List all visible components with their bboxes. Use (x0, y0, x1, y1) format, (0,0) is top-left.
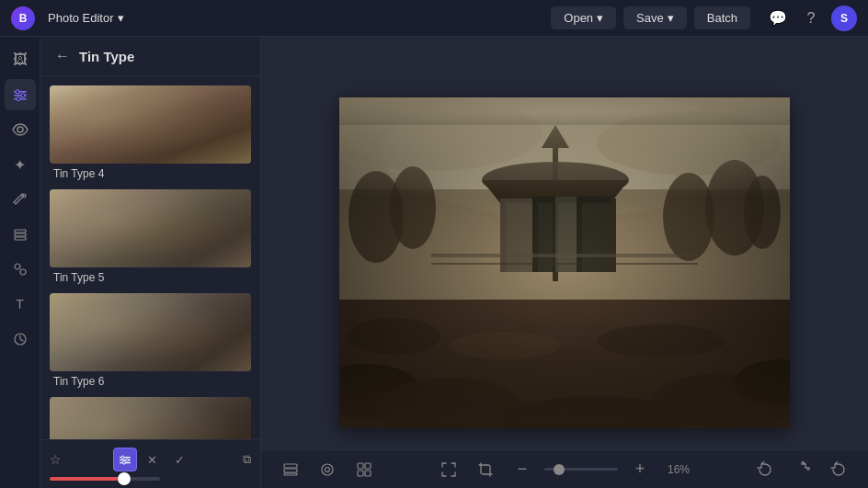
svg-point-23 (597, 111, 781, 176)
back-button[interactable]: ← (53, 46, 72, 66)
svg-rect-37 (611, 199, 616, 272)
svg-rect-63 (358, 471, 363, 476)
icon-bar: 🖼 ✦ (0, 37, 40, 488)
svg-point-11 (15, 264, 20, 269)
svg-point-17 (121, 456, 124, 459)
svg-rect-61 (358, 463, 363, 469)
intensity-slider[interactable] (50, 477, 160, 481)
preset-thumb-6 (50, 293, 251, 371)
sidebar-item-history[interactable] (5, 323, 36, 355)
help-icon-button[interactable]: ? (798, 6, 824, 31)
app-title-button[interactable]: Photo Editor ▾ (42, 7, 130, 28)
zoom-in-button[interactable]: + (625, 455, 655, 484)
sidebar-item-text[interactable]: T (5, 289, 36, 320)
svg-point-4 (21, 94, 25, 97)
adjust-button[interactable] (113, 448, 137, 471)
svg-point-29 (744, 176, 781, 249)
svg-rect-34 (500, 199, 506, 272)
svg-point-21 (381, 97, 748, 217)
grid-button[interactable] (349, 455, 379, 484)
sidebar-item-layers[interactable] (5, 219, 36, 250)
svg-point-22 (339, 97, 542, 171)
confirm-button[interactable]: ✓ (168, 448, 192, 471)
cancel-button[interactable]: ✕ (141, 448, 165, 471)
zoom-slider[interactable] (544, 468, 618, 471)
redo-button[interactable] (787, 455, 817, 484)
svg-point-3 (16, 90, 19, 94)
sidebar-item-effects[interactable]: ✦ (5, 149, 36, 180)
svg-point-28 (705, 160, 764, 255)
copy-button[interactable]: ⧉ (243, 452, 251, 467)
crop-button[interactable] (471, 455, 500, 484)
main-photo (339, 97, 790, 428)
canvas-area: − + 16% (261, 37, 868, 488)
topbar-icons: 💬 ? S (765, 6, 857, 31)
preset-item-tin-type-4[interactable]: Tin Type 4 (48, 84, 253, 184)
sidebar-item-objects[interactable] (5, 254, 36, 285)
zoom-out-button[interactable]: − (508, 455, 537, 484)
user-avatar[interactable]: S (831, 6, 857, 31)
svg-point-46 (450, 332, 560, 359)
preset-item-tin-type-5[interactable]: Tin Type 5 (48, 187, 253, 288)
preset-item-tin-type-7[interactable]: Tin Type 7 (48, 395, 253, 439)
panel-header: ← Tin Type (40, 37, 260, 76)
topbar: B Photo Editor ▾ Open ▾ Save ▾ Batch 💬 ?… (0, 0, 868, 37)
layers-button[interactable] (276, 455, 305, 484)
svg-point-60 (326, 467, 330, 471)
expand-button[interactable] (434, 455, 463, 484)
svg-marker-33 (482, 180, 629, 203)
mask-button[interactable] (313, 455, 342, 484)
svg-rect-20 (339, 97, 790, 428)
preset-item-tin-type-6[interactable]: Tin Type 6 (48, 291, 253, 392)
svg-point-6 (17, 127, 23, 132)
svg-point-49 (339, 364, 422, 419)
save-button[interactable]: Save ▾ (623, 6, 687, 29)
sidebar-item-view[interactable] (5, 114, 36, 145)
sidebar-item-paint[interactable] (5, 184, 36, 215)
svg-rect-57 (284, 469, 297, 472)
undo-button[interactable] (750, 455, 780, 484)
svg-point-25 (348, 171, 404, 263)
svg-point-48 (712, 319, 790, 345)
bottom-toolbar: − + 16% (261, 449, 868, 488)
zoom-level: 16% (662, 463, 695, 476)
app-logo: B (11, 6, 35, 30)
svg-rect-30 (553, 134, 558, 281)
preset-thumb-7 (50, 397, 251, 439)
svg-point-27 (663, 173, 714, 261)
svg-point-32 (482, 162, 629, 199)
svg-rect-43 (431, 263, 698, 265)
preset-name-6: Tin Type 6 (50, 371, 251, 390)
svg-point-19 (122, 461, 125, 464)
sidebar-item-adjustments[interactable] (5, 79, 36, 110)
svg-marker-31 (542, 125, 569, 148)
panel-title: Tin Type (79, 49, 134, 64)
svg-point-12 (20, 269, 26, 275)
svg-rect-8 (15, 230, 26, 233)
favorite-button[interactable]: ☆ (50, 452, 62, 467)
open-button[interactable]: Open ▾ (551, 6, 616, 29)
preset-list: Tin Type 4 Tin Type 5 Tin Type 6 (40, 76, 260, 439)
svg-rect-44 (339, 300, 790, 428)
svg-point-50 (376, 378, 523, 428)
main-photo-svg (339, 97, 790, 428)
history-button[interactable] (824, 455, 853, 484)
app-title-text: Photo Editor (48, 11, 114, 25)
preset-thumb-5 (50, 189, 251, 267)
svg-rect-38 (500, 199, 532, 272)
slider-row (50, 477, 251, 481)
svg-rect-54 (339, 97, 790, 428)
main-layout: 🖼 ✦ (0, 37, 868, 488)
footer-actions: ✕ ✓ (113, 448, 192, 471)
svg-rect-24 (339, 189, 790, 336)
preset-thumb-4 (50, 85, 251, 164)
svg-rect-41 (577, 197, 611, 272)
comments-icon-button[interactable]: 💬 (765, 6, 791, 31)
svg-rect-35 (532, 197, 538, 272)
svg-point-47 (597, 324, 725, 357)
svg-point-18 (126, 459, 129, 461)
panel-footer: ☆ ✕ ✓ ⧉ (40, 439, 260, 488)
sidebar-item-image[interactable]: 🖼 (5, 44, 36, 75)
svg-point-45 (348, 318, 440, 355)
batch-button[interactable]: Batch (694, 6, 750, 29)
